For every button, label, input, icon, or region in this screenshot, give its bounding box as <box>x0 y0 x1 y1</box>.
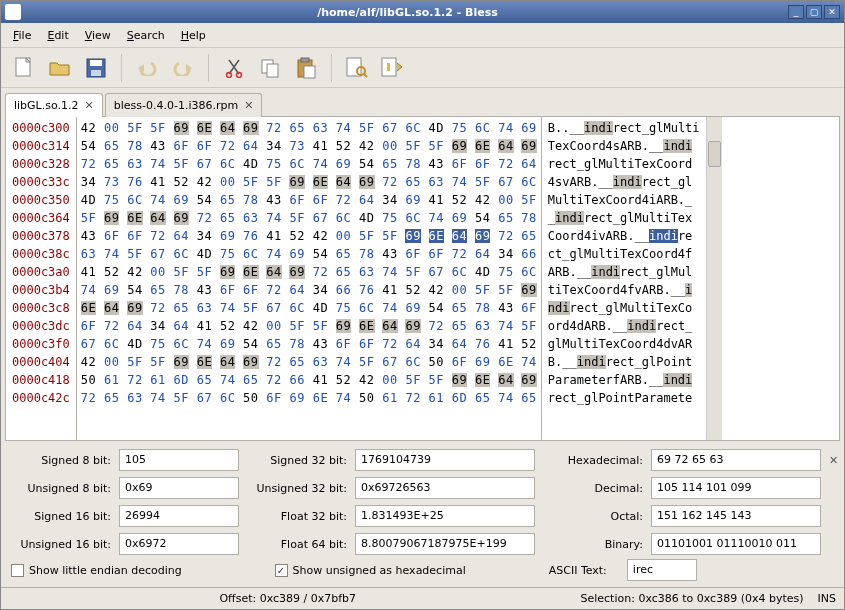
separator <box>331 54 332 82</box>
paste-button[interactable] <box>291 53 321 83</box>
val-u16[interactable]: 0x6972 <box>119 533 239 555</box>
val-u32[interactable]: 0x69726563 <box>355 477 535 499</box>
ascii-column[interactable]: B..__indirect_glMultiTexCoord4sARB.__ind… <box>542 117 706 440</box>
status-offset: Offset: 0xc389 / 0x7bfb7 <box>219 592 356 605</box>
label-f64: Float 64 bit: <box>247 538 347 551</box>
label-hex: Hexadecimal: <box>543 454 643 467</box>
label-oct: Octal: <box>543 510 643 523</box>
label-bin: Binary: <box>543 538 643 551</box>
tab-label: libGL.so.1.2 <box>14 99 79 112</box>
checkbox-icon[interactable]: ✓ <box>275 564 288 577</box>
svg-rect-9 <box>301 58 309 62</box>
toolbar <box>1 48 844 88</box>
label-s32: Signed 32 bit: <box>247 454 347 467</box>
val-ascii[interactable]: irec <box>627 559 697 581</box>
separator <box>121 54 122 82</box>
tab-libgl[interactable]: libGL.so.1.2✕ <box>5 93 103 117</box>
hex-editor[interactable]: 0000c3000000c3140000c3280000c33c0000c350… <box>5 116 840 441</box>
svg-rect-7 <box>267 64 278 77</box>
separator <box>208 54 209 82</box>
statusbar: Offset: 0xc389 / 0x7bfb7 Selection: 0xc3… <box>1 587 844 609</box>
close-button[interactable]: ✕ <box>824 5 840 19</box>
redo-button[interactable] <box>168 53 198 83</box>
undo-button[interactable] <box>132 53 162 83</box>
scroll-thumb[interactable] <box>708 141 721 167</box>
label-u8: Unsigned 8 bit: <box>11 482 111 495</box>
cut-button[interactable] <box>219 53 249 83</box>
tab-bar: libGL.so.1.2✕ bless-0.4.0-1.i386.rpm✕ <box>1 88 844 116</box>
save-button[interactable] <box>81 53 111 83</box>
svg-rect-3 <box>91 70 101 76</box>
val-f32[interactable]: 1.831493E+25 <box>355 505 535 527</box>
menu-help[interactable]: Help <box>175 26 212 45</box>
menu-file[interactable]: File <box>7 26 37 45</box>
val-s32[interactable]: 1769104739 <box>355 449 535 471</box>
hex-column[interactable]: 42 00 5F 5F 69 6E 64 69 72 65 63 74 5F 6… <box>77 117 542 440</box>
tab-bless-rpm[interactable]: bless-0.4.0-1.i386.rpm✕ <box>105 93 263 117</box>
maximize-button[interactable]: ▢ <box>806 5 822 19</box>
titlebar: /home/alf/libGL.so.1.2 - Bless _ ▢ ✕ <box>1 1 844 23</box>
status-selection: Selection: 0xc386 to 0xc389 (0x4 bytes) <box>581 592 804 605</box>
val-f64[interactable]: 8.80079067187975E+199 <box>355 533 535 555</box>
label-u16: Unsigned 16 bit: <box>11 538 111 551</box>
svg-rect-2 <box>90 60 102 66</box>
status-ins: INS <box>818 592 836 605</box>
check-unsigned-hex[interactable]: ✓Show unsigned as hexadecimal <box>275 564 466 577</box>
val-oct[interactable]: 151 162 145 143 <box>651 505 821 527</box>
val-bin[interactable]: 01101001 01110010 011 <box>651 533 821 555</box>
app-icon <box>5 4 21 20</box>
svg-point-4 <box>227 72 232 77</box>
check-little-endian[interactable]: Show little endian decoding <box>11 564 182 577</box>
offset-column: 0000c3000000c3140000c3280000c33c0000c350… <box>6 117 77 440</box>
label-s16: Signed 16 bit: <box>11 510 111 523</box>
label-ascii: ASCII Text: <box>527 564 607 577</box>
checkbox-icon[interactable] <box>11 564 24 577</box>
val-s8[interactable]: 105 <box>119 449 239 471</box>
menu-search[interactable]: Search <box>121 26 171 45</box>
tab-label: bless-0.4.0-1.i386.rpm <box>114 99 238 112</box>
val-s16[interactable]: 26994 <box>119 505 239 527</box>
close-icon[interactable]: ✕ <box>85 99 94 112</box>
scrollbar[interactable] <box>706 117 722 440</box>
label-s8: Signed 8 bit: <box>11 454 111 467</box>
inspector-options: Show little endian decoding ✓Show unsign… <box>1 557 844 587</box>
close-icon[interactable]: ✕ <box>244 99 253 112</box>
val-u8[interactable]: 0x69 <box>119 477 239 499</box>
copy-button[interactable] <box>255 53 285 83</box>
val-dec[interactable]: 105 114 101 099 <box>651 477 821 499</box>
open-button[interactable] <box>45 53 75 83</box>
new-button[interactable] <box>9 53 39 83</box>
window-title: /home/alf/libGL.so.1.2 - Bless <box>27 6 788 19</box>
menu-view[interactable]: View <box>79 26 117 45</box>
label-dec: Decimal: <box>543 482 643 495</box>
menubar: File Edit View Search Help <box>1 23 844 48</box>
menu-edit[interactable]: Edit <box>41 26 74 45</box>
find-button[interactable] <box>342 53 372 83</box>
label-u32: Unsigned 32 bit: <box>247 482 347 495</box>
svg-line-13 <box>364 74 367 77</box>
svg-point-5 <box>237 72 242 77</box>
val-hex[interactable]: 69 72 65 63 <box>651 449 821 471</box>
replace-button[interactable] <box>378 53 408 83</box>
inspector-close-icon[interactable]: ✕ <box>829 454 843 467</box>
inspector-panel: Signed 8 bit: 105 Signed 32 bit: 1769104… <box>1 441 844 557</box>
svg-rect-10 <box>304 66 315 78</box>
minimize-button[interactable]: _ <box>788 5 804 19</box>
label-f32: Float 32 bit: <box>247 510 347 523</box>
